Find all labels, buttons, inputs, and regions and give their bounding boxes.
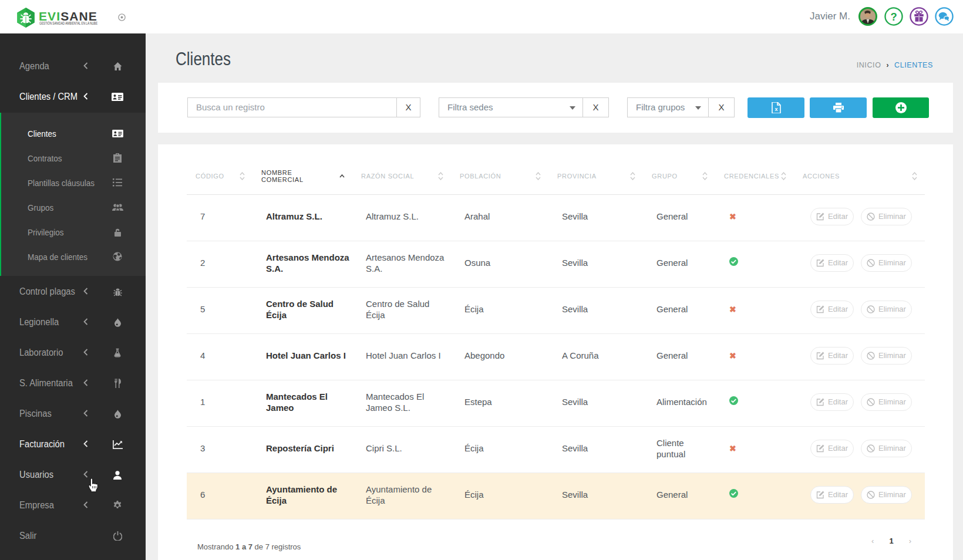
svg-text:?: ? [890, 11, 897, 23]
svg-text:x: x [775, 106, 777, 112]
